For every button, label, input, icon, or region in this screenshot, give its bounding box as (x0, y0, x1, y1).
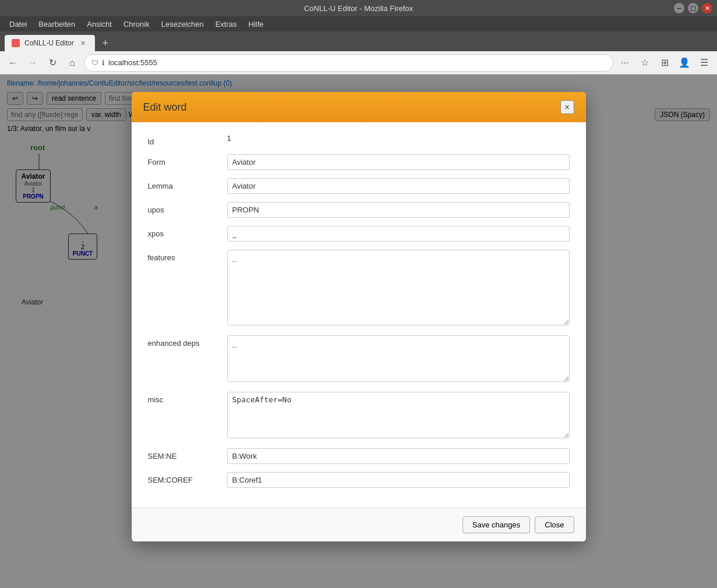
bookmark-button[interactable]: ☆ (637, 55, 653, 71)
lemma-field (227, 178, 570, 194)
modal-close-button[interactable]: × (560, 100, 574, 114)
maximize-button[interactable]: □ (688, 3, 698, 13)
lemma-row: Lemma (148, 178, 570, 194)
enhanced-deps-textarea[interactable]: _ (227, 335, 570, 382)
home-button[interactable]: ⌂ (64, 55, 80, 71)
info-icon: ℹ (102, 59, 105, 67)
account-button[interactable]: 👤 (676, 55, 693, 71)
misc-row: misc SpaceAfter=No (148, 392, 570, 440)
modal-body: Id 1 Form Lemma (132, 122, 586, 508)
sem-coref-row: SEM:COREF (148, 472, 570, 488)
close-button[interactable]: Close (535, 516, 574, 533)
sem-ne-label: SEM:NE (148, 448, 218, 461)
tab-close-button[interactable]: × (79, 38, 88, 48)
upos-input[interactable] (227, 202, 570, 218)
sem-coref-input[interactable] (227, 472, 570, 488)
tab-favicon (12, 39, 20, 47)
menu-ansicht[interactable]: Ansicht (82, 18, 116, 30)
menu-datei[interactable]: Datei (5, 18, 31, 30)
misc-field: SpaceAfter=No (227, 392, 570, 440)
upos-row: upos (148, 202, 570, 218)
back-button[interactable]: ← (5, 55, 21, 71)
addressbar-actions: ··· ☆ ⊞ 👤 ☰ (617, 55, 712, 71)
xpos-row: xpos (148, 226, 570, 242)
extensions-button[interactable]: ⊞ (656, 55, 673, 71)
id-value: 1 (227, 130, 231, 143)
titlebar-title: CoNLL-U Editor - Mozilla Firefox (304, 4, 413, 13)
sem-ne-field (227, 448, 570, 464)
addressbar: ← → ↻ ⌂ 🛡 ℹ localhost:5555 ··· ☆ ⊞ 👤 ☰ (0, 51, 717, 75)
lemma-label: Lemma (148, 178, 218, 190)
features-textarea[interactable]: _ (227, 250, 570, 325)
form-field (227, 154, 570, 170)
enhanced-deps-row: enhanced deps _ (148, 335, 570, 384)
menu-bearbeiten[interactable]: Bearbeiten (34, 18, 80, 30)
form-row: Form (148, 154, 570, 170)
menu-extras[interactable]: Extras (211, 18, 242, 30)
minimize-button[interactable]: − (674, 3, 684, 13)
menu-hilfe[interactable]: Hilfe (244, 18, 269, 30)
form-label: Form (148, 154, 218, 167)
modal-title: Edit word (143, 101, 187, 114)
xpos-label: xpos (148, 226, 218, 238)
forward-button[interactable]: → (24, 55, 41, 71)
upos-label: upos (148, 202, 218, 214)
modal-header: Edit word × (132, 92, 586, 122)
titlebar-controls: − □ ✕ (674, 3, 712, 13)
more-options-button[interactable]: ··· (617, 55, 633, 71)
id-label: Id (148, 134, 218, 146)
upos-field (227, 202, 570, 218)
menu-lesezeichen[interactable]: Lesezeichen (157, 18, 209, 30)
edit-word-modal: Edit word × Id 1 Form (132, 92, 586, 541)
browser-content: filename: /home/johannes/ConlluEditor/sr… (0, 75, 717, 588)
shield-icon: 🛡 (91, 59, 98, 67)
tab-label: CoNLL-U Editor (24, 39, 74, 47)
browser-tab[interactable]: CoNLL-U Editor × (5, 35, 95, 51)
enhanced-deps-field: _ (227, 335, 570, 384)
enhanced-deps-label: enhanced deps (148, 335, 218, 348)
titlebar: CoNLL-U Editor - Mozilla Firefox − □ ✕ (0, 0, 717, 16)
id-field: 1 (227, 134, 570, 143)
menubar: Datei Bearbeiten Ansicht Chronik Lesezei… (0, 16, 717, 31)
new-tab-button[interactable]: + (97, 35, 114, 51)
form-input[interactable] (227, 154, 570, 170)
url-text: localhost:5555 (108, 58, 157, 67)
address-bar[interactable]: 🛡 ℹ localhost:5555 (84, 54, 613, 72)
sem-coref-label: SEM:COREF (148, 472, 218, 484)
xpos-input[interactable] (227, 226, 570, 242)
features-row: features _ (148, 250, 570, 327)
sem-coref-field (227, 472, 570, 488)
misc-label: misc (148, 392, 218, 404)
menu-chronik[interactable]: Chronik (119, 18, 154, 30)
hamburger-button[interactable]: ☰ (696, 55, 712, 71)
features-label: features (148, 250, 218, 262)
lemma-input[interactable] (227, 178, 570, 194)
id-row: Id 1 (148, 134, 570, 146)
tabbar: CoNLL-U Editor × + (0, 31, 717, 51)
misc-textarea[interactable]: SpaceAfter=No (227, 392, 570, 438)
xpos-field (227, 226, 570, 242)
save-changes-button[interactable]: Save changes (462, 516, 530, 533)
sem-ne-row: SEM:NE (148, 448, 570, 464)
features-field: _ (227, 250, 570, 327)
modal-footer: Save changes Close (132, 508, 586, 541)
reload-button[interactable]: ↻ (44, 55, 61, 71)
window-close-button[interactable]: ✕ (702, 3, 712, 13)
sem-ne-input[interactable] (227, 448, 570, 464)
modal-overlay: Edit word × Id 1 Form (0, 75, 717, 588)
